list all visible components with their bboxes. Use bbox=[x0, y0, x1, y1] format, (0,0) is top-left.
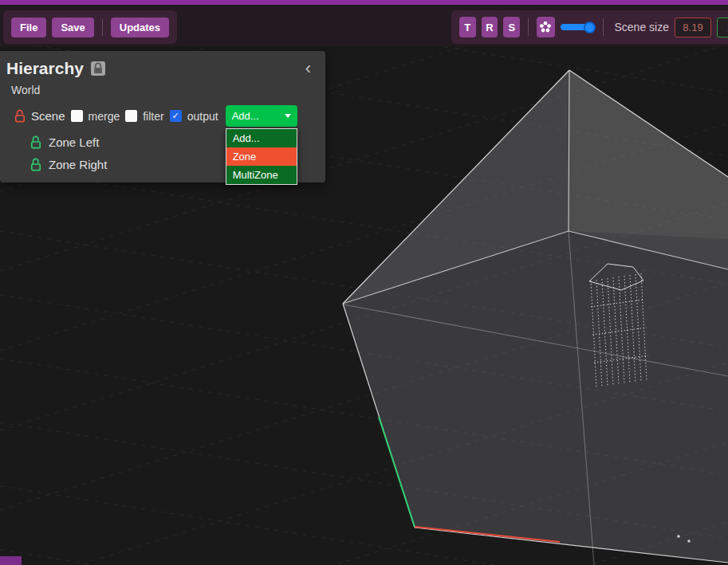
scale-mode-button[interactable]: S bbox=[503, 17, 520, 37]
toolbar-left: File Save Updates bbox=[3, 10, 177, 44]
slider-knob[interactable] bbox=[584, 22, 596, 33]
add-select[interactable]: Add... bbox=[226, 105, 297, 127]
topbar: File Save Updates T R S Scene s bbox=[0, 0, 728, 46]
filter-checkbox[interactable] bbox=[125, 110, 137, 122]
save-button[interactable]: Save bbox=[52, 18, 93, 37]
zone-left-unlock-icon[interactable] bbox=[30, 135, 41, 149]
add-select-value: Add... bbox=[232, 110, 259, 122]
dropdown-option-multizone[interactable]: MultiZone bbox=[226, 166, 297, 184]
collapse-panel-chevron[interactable]: ‹ bbox=[305, 60, 311, 77]
zone-left-label: Zone Left bbox=[49, 135, 99, 149]
hierarchy-title-row: Hierarchy ‹ bbox=[0, 51, 325, 80]
dropdown-option-zone[interactable]: Zone bbox=[226, 147, 297, 166]
chevron-down-icon bbox=[285, 114, 291, 118]
merge-checkbox-label: merge bbox=[89, 110, 120, 123]
file-button[interactable]: File bbox=[11, 18, 46, 37]
clipped-value-box[interactable]: 2 bbox=[717, 18, 728, 37]
zone-right-unlock-icon[interactable] bbox=[30, 158, 41, 171]
toolbar-separator bbox=[603, 18, 604, 36]
top-accent-strip bbox=[0, 0, 728, 5]
translate-mode-button[interactable]: T bbox=[459, 17, 476, 37]
zoom-slider[interactable] bbox=[561, 24, 595, 30]
scene-size-value[interactable]: 8.19 bbox=[675, 18, 711, 37]
scene-unlock-icon[interactable] bbox=[14, 109, 26, 123]
scene-size-label: Scene size bbox=[615, 21, 669, 33]
filter-checkbox-label: filter bbox=[143, 110, 163, 123]
world-label: World bbox=[0, 80, 325, 98]
toolbar-right: T R S Scene size 8.19 2 bbox=[451, 10, 728, 44]
scene-label: Scene bbox=[31, 109, 65, 123]
updates-button[interactable]: Updates bbox=[111, 18, 169, 37]
merge-checkbox[interactable] bbox=[71, 110, 83, 122]
add-dropdown-menu: Add... Zone MultiZone bbox=[226, 128, 297, 185]
rotate-mode-button[interactable]: R bbox=[482, 17, 498, 37]
add-select-wrap: Add... Add... Zone MultiZone bbox=[226, 105, 297, 127]
check-icon: ✓ bbox=[172, 111, 179, 121]
scene-row[interactable]: Scene merge filter ✓ output Add... Add..… bbox=[0, 98, 325, 127]
toolbar-separator bbox=[528, 18, 529, 36]
output-checkbox-label: output bbox=[187, 110, 218, 123]
output-checkbox[interactable]: ✓ bbox=[170, 110, 182, 122]
zone-right-label: Zone Right bbox=[49, 158, 107, 171]
flower-icon-button[interactable] bbox=[537, 17, 555, 37]
hierarchy-title: Hierarchy bbox=[6, 59, 84, 78]
flower-icon bbox=[539, 21, 552, 33]
hierarchy-panel: Hierarchy ‹ World Scene merge filter ✓ o… bbox=[0, 51, 325, 182]
bottom-left-accent bbox=[0, 556, 22, 565]
dropdown-option-add[interactable]: Add... bbox=[226, 129, 297, 147]
panel-lock-icon[interactable] bbox=[90, 61, 106, 77]
toolbar-separator bbox=[102, 18, 103, 36]
